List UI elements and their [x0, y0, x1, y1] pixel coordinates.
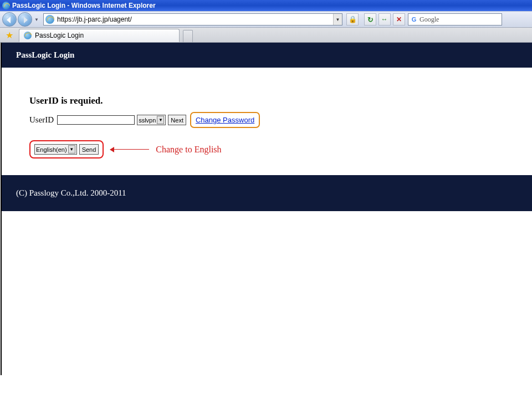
google-icon: G: [410, 16, 418, 23]
domain-select-value: sslvpn: [139, 117, 156, 124]
back-button[interactable]: [2, 12, 17, 27]
language-row: English(en) ▼ Send: [29, 140, 104, 158]
chevron-down-icon: ▼: [68, 145, 75, 154]
lock-icon[interactable]: [346, 13, 359, 25]
page-footer: (C) Passlogy Co.,Ltd. 2000-2011: [2, 175, 532, 211]
required-message: UserID is requied.: [29, 95, 532, 106]
stop-button[interactable]: [393, 13, 405, 25]
window-title: PassLogic Login - Windows Internet Explo…: [12, 2, 156, 9]
userid-label: UserID: [29, 115, 54, 125]
page-icon: [45, 15, 54, 24]
navigation-toolbar: ▼ ▼ G Google: [0, 11, 532, 28]
annotation-arrow: [110, 149, 149, 150]
language-select-value: English(en): [36, 146, 67, 153]
nav-history-dropdown[interactable]: ▼: [33, 12, 40, 27]
login-content: UserID is requied. UserID sslvpn ▼ Next …: [2, 68, 532, 175]
window-titlebar: PassLogic Login - Windows Internet Explo…: [0, 0, 532, 11]
userid-input[interactable]: [57, 115, 135, 125]
next-button[interactable]: Next: [168, 115, 186, 125]
address-dropdown[interactable]: ▼: [333, 14, 342, 25]
change-password-link[interactable]: Change Password: [190, 112, 260, 128]
search-provider-label: Google: [420, 16, 439, 24]
login-row: UserID sslvpn ▼ Next Change Password: [29, 112, 532, 128]
address-bar[interactable]: ▼: [43, 13, 342, 25]
page-header: PassLogic Login: [2, 43, 532, 68]
annotation-text: Change to English: [156, 145, 221, 155]
chevron-down-icon: ▼: [157, 116, 164, 124]
favorites-star-icon[interactable]: ★: [3, 29, 16, 41]
tab-page-icon: [24, 32, 32, 39]
tab-strip: ★ PassLogic Login: [0, 28, 532, 43]
address-input[interactable]: [56, 14, 333, 24]
tab-title: PassLogic Login: [35, 32, 84, 39]
refresh-button[interactable]: [378, 13, 391, 25]
new-tab-button[interactable]: [183, 30, 193, 42]
browser-tab[interactable]: PassLogic Login: [19, 29, 180, 42]
search-box[interactable]: G Google: [408, 13, 502, 25]
language-select[interactable]: English(en) ▼: [34, 144, 77, 155]
send-button[interactable]: Send: [79, 144, 99, 155]
forward-button[interactable]: [18, 12, 32, 27]
ie-icon: [2, 2, 10, 9]
copyright-text: (C) Passlogy Co.,Ltd. 2000-2011: [16, 188, 126, 197]
page-content: PassLogic Login UserID is requied. UserI…: [1, 43, 532, 375]
domain-select[interactable]: sslvpn ▼: [137, 115, 166, 125]
compat-view-button[interactable]: [364, 13, 376, 25]
language-row-wrap: English(en) ▼ Send Change to English: [29, 140, 532, 158]
page-title: PassLogic Login: [16, 50, 74, 59]
